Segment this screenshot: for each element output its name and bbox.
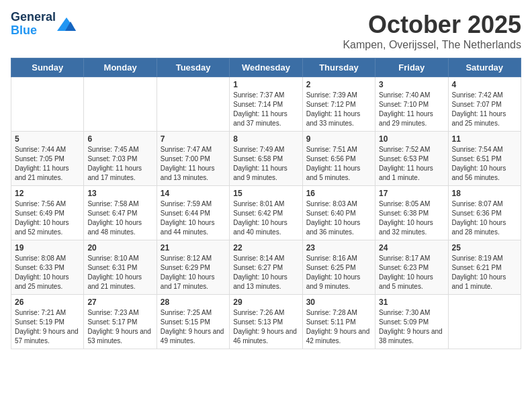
calendar-cell: 14Sunrise: 7:59 AM Sunset: 6:44 PM Dayli…	[157, 186, 229, 240]
day-number: 4	[452, 80, 517, 89]
calendar-cell: 7Sunrise: 7:47 AM Sunset: 7:00 PM Daylig…	[157, 132, 229, 186]
day-info: Sunrise: 8:19 AM Sunset: 6:21 PM Dayligh…	[452, 254, 517, 291]
day-info: Sunrise: 8:07 AM Sunset: 6:36 PM Dayligh…	[452, 199, 517, 237]
day-number: 17	[379, 189, 444, 198]
day-info: Sunrise: 7:30 AM Sunset: 5:09 PM Dayligh…	[379, 308, 444, 346]
logo-icon	[57, 16, 76, 32]
day-number: 19	[15, 243, 80, 253]
weekday-header-cell: Monday	[84, 58, 157, 77]
title-block: October 2025 Kampen, Overijssel, The Net…	[343, 11, 521, 51]
calendar-cell: 1Sunrise: 7:37 AM Sunset: 7:14 PM Daylig…	[230, 77, 302, 132]
day-info: Sunrise: 7:39 AM Sunset: 7:12 PM Dayligh…	[306, 91, 371, 128]
calendar-cell	[157, 77, 229, 132]
day-info: Sunrise: 8:14 AM Sunset: 6:27 PM Dayligh…	[233, 254, 298, 291]
weekday-header-cell: Saturday	[448, 58, 521, 77]
day-info: Sunrise: 7:49 AM Sunset: 6:58 PM Dayligh…	[233, 145, 298, 183]
day-number: 8	[233, 134, 298, 144]
day-info: Sunrise: 7:59 AM Sunset: 6:44 PM Dayligh…	[161, 199, 226, 237]
calendar-cell: 9Sunrise: 7:51 AM Sunset: 6:56 PM Daylig…	[302, 132, 375, 186]
day-info: Sunrise: 7:42 AM Sunset: 7:07 PM Dayligh…	[452, 91, 517, 128]
calendar-cell: 28Sunrise: 7:25 AM Sunset: 5:15 PM Dayli…	[157, 295, 229, 349]
day-number: 6	[87, 134, 152, 144]
day-info: Sunrise: 7:51 AM Sunset: 6:56 PM Dayligh…	[306, 145, 371, 183]
calendar-cell: 23Sunrise: 8:16 AM Sunset: 6:25 PM Dayli…	[302, 240, 375, 295]
day-number: 14	[161, 189, 226, 198]
weekday-header-row: SundayMondayTuesdayWednesdayThursdayFrid…	[11, 58, 521, 77]
calendar-cell: 29Sunrise: 7:26 AM Sunset: 5:13 PM Dayli…	[230, 295, 302, 349]
weekday-header-cell: Sunday	[11, 58, 84, 77]
calendar-body: 1Sunrise: 7:37 AM Sunset: 7:14 PM Daylig…	[11, 77, 521, 349]
calendar-cell	[448, 295, 521, 349]
calendar-week-row: 5Sunrise: 7:44 AM Sunset: 7:05 PM Daylig…	[11, 132, 521, 186]
calendar-cell	[84, 77, 157, 132]
day-number: 31	[379, 298, 444, 307]
day-number: 12	[15, 189, 80, 198]
day-number: 13	[87, 189, 152, 198]
month-title: October 2025	[343, 11, 521, 39]
day-number: 11	[452, 134, 517, 144]
page-header: GeneralBlue October 2025 Kampen, Overijs…	[11, 11, 521, 51]
calendar-cell: 16Sunrise: 8:03 AM Sunset: 6:40 PM Dayli…	[302, 186, 375, 240]
day-info: Sunrise: 8:12 AM Sunset: 6:29 PM Dayligh…	[161, 254, 226, 291]
calendar-cell: 4Sunrise: 7:42 AM Sunset: 7:07 PM Daylig…	[448, 77, 521, 132]
calendar-cell: 17Sunrise: 8:05 AM Sunset: 6:38 PM Dayli…	[375, 186, 448, 240]
day-info: Sunrise: 8:10 AM Sunset: 6:31 PM Dayligh…	[87, 254, 152, 291]
calendar-cell: 18Sunrise: 8:07 AM Sunset: 6:36 PM Dayli…	[448, 186, 521, 240]
day-info: Sunrise: 7:28 AM Sunset: 5:11 PM Dayligh…	[306, 308, 371, 346]
calendar-week-row: 19Sunrise: 8:08 AM Sunset: 6:33 PM Dayli…	[11, 240, 521, 295]
day-number: 23	[306, 243, 371, 253]
day-number: 27	[87, 298, 152, 307]
day-number: 5	[15, 134, 80, 144]
day-number: 9	[306, 134, 371, 144]
day-info: Sunrise: 7:56 AM Sunset: 6:49 PM Dayligh…	[15, 199, 80, 237]
day-number: 2	[306, 80, 371, 89]
weekday-header-cell: Tuesday	[157, 58, 229, 77]
day-number: 22	[233, 243, 298, 253]
day-number: 18	[452, 189, 517, 198]
day-number: 26	[15, 298, 80, 307]
day-number: 10	[379, 134, 444, 144]
calendar-table: SundayMondayTuesdayWednesdayThursdayFrid…	[11, 58, 521, 349]
calendar-cell: 6Sunrise: 7:45 AM Sunset: 7:03 PM Daylig…	[84, 132, 157, 186]
calendar-cell: 15Sunrise: 8:01 AM Sunset: 6:42 PM Dayli…	[230, 186, 302, 240]
day-info: Sunrise: 7:44 AM Sunset: 7:05 PM Dayligh…	[15, 145, 80, 183]
calendar-week-row: 26Sunrise: 7:21 AM Sunset: 5:19 PM Dayli…	[11, 295, 521, 349]
day-info: Sunrise: 7:40 AM Sunset: 7:10 PM Dayligh…	[379, 91, 444, 128]
calendar-week-row: 1Sunrise: 7:37 AM Sunset: 7:14 PM Daylig…	[11, 77, 521, 132]
day-info: Sunrise: 7:58 AM Sunset: 6:47 PM Dayligh…	[87, 199, 152, 237]
calendar-cell: 25Sunrise: 8:19 AM Sunset: 6:21 PM Dayli…	[448, 240, 521, 295]
day-info: Sunrise: 8:03 AM Sunset: 6:40 PM Dayligh…	[306, 199, 371, 237]
calendar-cell: 26Sunrise: 7:21 AM Sunset: 5:19 PM Dayli…	[11, 295, 84, 349]
day-number: 20	[87, 243, 152, 253]
day-number: 25	[452, 243, 517, 253]
calendar-cell: 20Sunrise: 8:10 AM Sunset: 6:31 PM Dayli…	[84, 240, 157, 295]
calendar-week-row: 12Sunrise: 7:56 AM Sunset: 6:49 PM Dayli…	[11, 186, 521, 240]
day-info: Sunrise: 8:05 AM Sunset: 6:38 PM Dayligh…	[379, 199, 444, 237]
calendar-cell: 8Sunrise: 7:49 AM Sunset: 6:58 PM Daylig…	[230, 132, 302, 186]
day-number: 15	[233, 189, 298, 198]
calendar-cell: 10Sunrise: 7:52 AM Sunset: 6:53 PM Dayli…	[375, 132, 448, 186]
weekday-header-cell: Friday	[375, 58, 448, 77]
day-number: 30	[306, 298, 371, 307]
calendar-cell: 13Sunrise: 7:58 AM Sunset: 6:47 PM Dayli…	[84, 186, 157, 240]
day-info: Sunrise: 7:52 AM Sunset: 6:53 PM Dayligh…	[379, 145, 444, 183]
day-number: 1	[233, 80, 298, 89]
calendar-cell: 3Sunrise: 7:40 AM Sunset: 7:10 PM Daylig…	[375, 77, 448, 132]
calendar-cell: 12Sunrise: 7:56 AM Sunset: 6:49 PM Dayli…	[11, 186, 84, 240]
day-number: 21	[161, 243, 226, 253]
calendar-cell: 5Sunrise: 7:44 AM Sunset: 7:05 PM Daylig…	[11, 132, 84, 186]
calendar-cell: 21Sunrise: 8:12 AM Sunset: 6:29 PM Dayli…	[157, 240, 229, 295]
calendar-cell: 27Sunrise: 7:23 AM Sunset: 5:17 PM Dayli…	[84, 295, 157, 349]
day-number: 29	[233, 298, 298, 307]
calendar-cell: 19Sunrise: 8:08 AM Sunset: 6:33 PM Dayli…	[11, 240, 84, 295]
day-info: Sunrise: 8:01 AM Sunset: 6:42 PM Dayligh…	[233, 199, 298, 237]
day-info: Sunrise: 8:16 AM Sunset: 6:25 PM Dayligh…	[306, 254, 371, 291]
calendar-cell: 31Sunrise: 7:30 AM Sunset: 5:09 PM Dayli…	[375, 295, 448, 349]
logo: GeneralBlue	[11, 11, 76, 38]
day-info: Sunrise: 7:23 AM Sunset: 5:17 PM Dayligh…	[87, 308, 152, 346]
day-number: 24	[379, 243, 444, 253]
day-number: 28	[161, 298, 226, 307]
calendar-cell: 30Sunrise: 7:28 AM Sunset: 5:11 PM Dayli…	[302, 295, 375, 349]
day-info: Sunrise: 7:21 AM Sunset: 5:19 PM Dayligh…	[15, 308, 80, 346]
day-info: Sunrise: 7:25 AM Sunset: 5:15 PM Dayligh…	[161, 308, 226, 346]
